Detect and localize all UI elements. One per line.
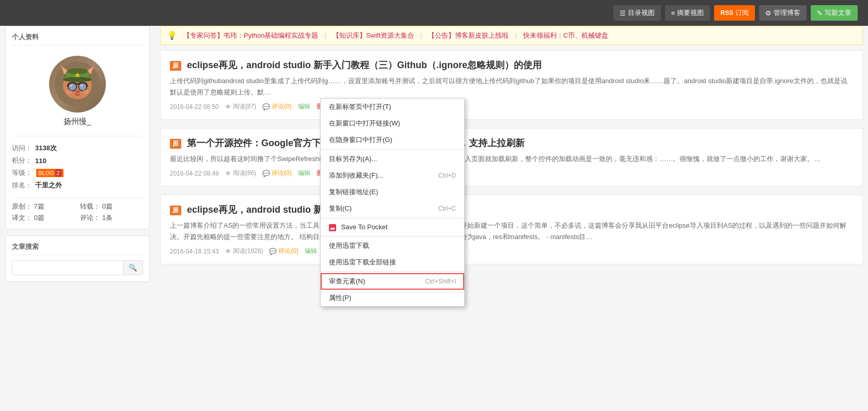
rank-label: 排名： [12, 181, 32, 190]
svg-point-18 [66, 90, 72, 94]
ctx-open-window[interactable]: 在新窗口中打开链接(W) [321, 115, 464, 132]
comment-icon-2: 💬 [262, 170, 270, 177]
ctx-xunlei-all-label: 使用迅雷下载全部链接 [329, 258, 396, 267]
ctx-save-as[interactable]: 目标另存为(A)... [321, 151, 464, 167]
search-title: 文章搜索 [12, 242, 143, 255]
ctx-copy-link[interactable]: 复制链接地址(E) [321, 184, 464, 200]
article-tag-1: 原 [170, 61, 181, 71]
rank-stat: 排名： 千里之外 [12, 181, 143, 190]
comment-icon-1: 💬 [262, 103, 270, 110]
ctx-pocket-label: Save To Pocket [329, 223, 388, 231]
score-value: 110 [35, 157, 46, 165]
ctx-sep-4 [321, 272, 464, 272]
top-bar: ☰ 目录视图 ≡ 摘要视图 RSS 订阅 ⚙ 管理博客 ✎ 写新文章 [0, 0, 868, 26]
search-box: 🔍 [12, 260, 143, 275]
eye-icon-3: 👁 [225, 248, 231, 255]
ctx-xunlei-label: 使用迅雷下载 [329, 241, 369, 250]
ctx-pocket[interactable]: Save To Pocket [321, 219, 464, 235]
notice-bar: 💡 【专家问答】韦玮：Python基础编程实战专题 | 【知识库】Swift资源… [160, 26, 863, 45]
ctx-open-tab-label: 在新标签页中打开(T) [329, 102, 391, 112]
profile-divider [12, 136, 143, 136]
rss-icon: RSS [720, 9, 733, 17]
article-link-1[interactable]: eclipse再见，android studio 新手入门教程（三）Github… [187, 60, 542, 70]
translate-label: 译文： [12, 214, 32, 222]
edit-btn-3[interactable]: 编辑 [305, 247, 317, 256]
ctx-open-tab[interactable]: 在新标签页中打开(T) [321, 99, 464, 115]
original-value: 7篇 [34, 202, 44, 210]
level-num: 2 [55, 169, 61, 177]
svg-point-14 [79, 83, 86, 90]
ctx-xunlei-all[interactable]: 使用迅雷下载全部链接 [321, 254, 464, 271]
level-stat: 等级： BLOG 2 [12, 168, 143, 178]
write-label: 写新文章 [825, 8, 851, 18]
comments-3[interactable]: 💬 评论(0) [269, 247, 298, 256]
stats-section: 访问： 3138次 积分： 110 等级： BLOG 2 排名： 千里之外 [12, 140, 143, 193]
visit-stat: 访问： 3138次 [12, 144, 143, 153]
repost-count: 转载： 0篇 [80, 202, 143, 211]
counts-section: 原创： 7篇 转载： 0篇 译文： 0篇 评论： 1条 [12, 202, 143, 223]
repost-value: 0篇 [102, 202, 113, 210]
svg-point-17 [75, 90, 80, 94]
ctx-bookmark[interactable]: 添加到收藏夹(F)... Ctrl+D [321, 167, 464, 184]
article-title-2: 原 第一个开源控件：Google官方下拉刷新控件SwipeRefreshLayo… [170, 137, 853, 149]
rss-label: 订阅 [735, 8, 749, 18]
notice-link-1[interactable]: 【专家问答】韦玮：Python基础编程实战专题 [183, 31, 318, 40]
ctx-open-incognito-label: 在隐身窗口中打开(G) [329, 135, 392, 145]
article-meta-3: 2016-04-18 15:43 👁 阅读(1928) 💬 评论(0) 编辑 删… [170, 247, 853, 256]
ctx-xunlei[interactable]: 使用迅雷下载 [321, 238, 464, 254]
level-label: 等级： [12, 168, 32, 178]
catalog-label: 目录视图 [628, 8, 655, 18]
comments-2[interactable]: 💬 评论(0) [262, 169, 292, 178]
notice-link-4[interactable]: 快来领福利：C币、机械键盘 [523, 31, 608, 40]
avatar [49, 56, 106, 113]
article-meta-1: 2016-04-22 08:50 👁 阅读(87) 💬 评论(0) 编辑 删除 [170, 102, 853, 111]
sidebar: 个人资料 [5, 26, 150, 288]
counts-divider [12, 197, 143, 198]
original-count: 原创： 7篇 [12, 202, 75, 211]
context-menu: 在新标签页中打开(T) 在新窗口中打开链接(W) 在隐身窗口中打开(G) 目标另… [320, 98, 465, 288]
level-badge: BLOG 2 [36, 169, 64, 177]
search-button[interactable]: 🔍 [123, 261, 143, 275]
rank-value: 千里之外 [35, 181, 62, 190]
article-card-1: 原 eclipse再见，android studio 新手入门教程（三）Gith… [160, 50, 863, 120]
visit-value: 3138次 [35, 144, 57, 153]
summary-view-btn[interactable]: ≡ 摘要视图 [665, 5, 711, 21]
edit-btn-1[interactable]: 编辑 [298, 102, 310, 111]
search-input[interactable] [12, 261, 123, 275]
rss-btn[interactable]: RSS 订阅 [714, 5, 755, 21]
notice-link-3[interactable]: 【公告】博客新皮肤上线啦 [428, 31, 509, 40]
reads-3: 👁 阅读(1928) [225, 247, 263, 256]
ctx-copy-link-label: 复制链接地址(E) [329, 187, 378, 197]
pocket-icon [329, 224, 336, 231]
manage-blog-btn[interactable]: ⚙ 管理博客 [759, 5, 807, 21]
level-badge-text: BLOG [38, 170, 54, 176]
ctx-inspect-label: 审查元素(N) [329, 277, 365, 286]
comment-icon-3: 💬 [269, 248, 277, 255]
summary-label: 摘要视图 [677, 8, 704, 18]
manage-label: 管理博客 [774, 8, 800, 18]
article-excerpt-3: 上一篇博客介绍了AS的一些常用设置方法，当工具调教妥当后，自然就要开始项目的开发… [170, 220, 853, 243]
edit-btn-2[interactable]: 编辑 [298, 169, 310, 178]
article-excerpt-2: 最近比较闲，所以趁着这时间撸了个SwipeRefreshLayou……拉刷新，强… [170, 153, 853, 165]
article-excerpt-1: 上传代码到githubandroid studio里集成了上传代码到g……，设置… [170, 75, 853, 98]
catalog-view-btn[interactable]: ☰ 目录视图 [613, 5, 661, 21]
write-article-btn[interactable]: ✎ 写新文章 [811, 5, 858, 21]
svg-point-19 [83, 90, 89, 94]
article-title-3: 原 eclipse再见，android studio 新手入门教程（二）项目的导… [170, 203, 853, 216]
ctx-open-incognito[interactable]: 在隐身窗口中打开(G) [321, 132, 464, 148]
eye-icon-2: 👁 [225, 170, 231, 177]
notice-link-2[interactable]: 【知识库】Swift资源大集合 [333, 31, 414, 40]
ctx-save-as-label: 目标另存为(A)... [329, 154, 377, 164]
ctx-sep-2 [321, 218, 464, 218]
translate-value: 0篇 [34, 214, 44, 222]
reads-2: 👁 阅读(86) [225, 169, 256, 178]
article-card-2: 原 第一个开源控件：Google官方下拉刷新控件SwipeRefreshLayo… [160, 128, 863, 186]
ctx-copy[interactable]: 复制(C) Ctrl+C [321, 200, 464, 217]
ctx-inspect[interactable]: 审查元素(N) Ctrl+Shift+I [321, 273, 464, 288]
repost-label: 转载： [80, 202, 100, 210]
comments-1[interactable]: 💬 评论(0) [262, 102, 292, 111]
search-section: 文章搜索 🔍 [5, 235, 150, 282]
list-icon: ☰ [620, 9, 626, 17]
ctx-copy-label: 复制(C) [329, 204, 352, 213]
svg-point-15 [70, 85, 72, 87]
